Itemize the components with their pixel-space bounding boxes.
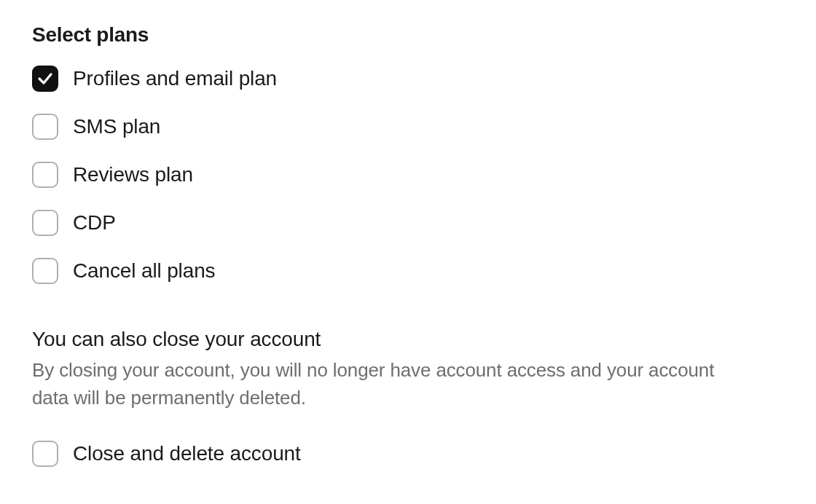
close-delete-account-option[interactable]: Close and delete account [32, 441, 784, 467]
plan-option-reviews[interactable]: Reviews plan [32, 162, 784, 188]
close-delete-account-label: Close and delete account [73, 442, 301, 465]
select-plans-section: Select plans Profiles and email plan SMS… [32, 23, 784, 284]
checkbox-unchecked-icon [32, 441, 58, 467]
checkbox-unchecked-icon [32, 258, 58, 284]
plan-option-label: SMS plan [73, 115, 160, 138]
checkbox-unchecked-icon [32, 162, 58, 188]
plan-option-label: Profiles and email plan [73, 67, 277, 90]
plan-option-label: Cancel all plans [73, 259, 215, 283]
plan-option-sms[interactable]: SMS plan [32, 114, 784, 140]
checkbox-unchecked-icon [32, 210, 58, 236]
plan-option-label: CDP [73, 211, 116, 235]
plan-option-profiles-email[interactable]: Profiles and email plan [32, 66, 784, 92]
plan-option-cancel-all[interactable]: Cancel all plans [32, 258, 784, 284]
checkbox-checked-icon [32, 66, 58, 92]
plan-option-cdp[interactable]: CDP [32, 210, 784, 236]
close-account-section: You can also close your account By closi… [32, 328, 784, 467]
close-account-heading: You can also close your account [32, 328, 784, 351]
checkbox-unchecked-icon [32, 114, 58, 140]
plans-checkbox-list: Profiles and email plan SMS plan Reviews… [32, 66, 784, 284]
plan-option-label: Reviews plan [73, 163, 193, 186]
close-account-description: By closing your account, you will no lon… [32, 357, 731, 412]
select-plans-heading: Select plans [32, 23, 784, 47]
